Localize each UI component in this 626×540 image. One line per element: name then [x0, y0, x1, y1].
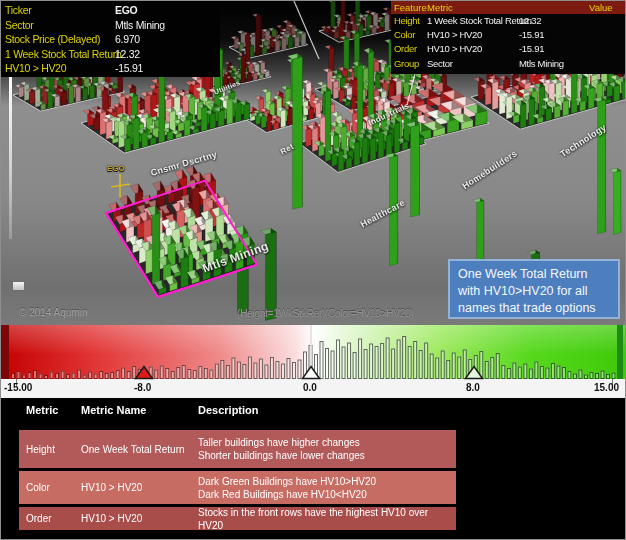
legend-panel: Metric Metric Name Description Height On…: [1, 398, 626, 540]
legend-row-color: Color HV10 > HV20 Dark Green Buildings h…: [19, 471, 456, 504]
annotation-callout: One Week Total Return with HV10>HV20 for…: [448, 259, 620, 319]
feature-row-group: Group Sector Mtls Mining: [391, 57, 626, 71]
selected-ticker-crosshair-icon: [107, 171, 133, 201]
info-row-ticker: Ticker EGO: [5, 3, 220, 18]
info-row-sector: Sector Mtls Mining: [5, 18, 220, 33]
axis-label-zero: 0.0: [303, 382, 317, 393]
feature-mapping-panel: Feature Metric Value Height 1 Week Stock…: [391, 1, 626, 74]
axis-label-neg8: -8.0: [134, 382, 151, 393]
info-row-return: 1 Week Stock Total Return 12.32: [5, 47, 220, 62]
axis-label-max: 15.00: [594, 382, 619, 393]
legend-header-metric: Metric: [26, 404, 58, 416]
feature-panel-header: Feature Metric Value: [391, 1, 626, 14]
axis-label-min: -15.00: [4, 382, 32, 393]
info-row-hv: HV10 > HV20 -15.91: [5, 61, 220, 76]
colormap-axis: -15.00 -8.0 0.0 8.0 15.00: [1, 379, 626, 398]
feature-row-height: Height 1 Week Stock Total Return 12.32: [391, 14, 626, 28]
axis-label-pos8: 8.0: [466, 382, 480, 393]
alphavision-window: UtilitiesIndustrialsRetTechnologyHomebui…: [0, 0, 626, 540]
feature-row-order: Order HV10 > HV20 -15.91: [391, 42, 626, 56]
zoom-slider-handle[interactable]: [12, 281, 25, 291]
range-marker-pos8[interactable]: [464, 365, 484, 380]
ticker-info-panel: Ticker EGO Sector Mtls Mining Stock Pric…: [1, 1, 220, 77]
view-settings-text: (Height=1WkStkRet)(Color=HV10>HV20): [237, 308, 414, 319]
legend-header-name: Metric Name: [81, 404, 146, 416]
copyright-text: © 2014 Aqumin: [19, 307, 88, 318]
legend-row-height: Height One Week Total Return Taller buil…: [19, 430, 456, 468]
range-marker-zero[interactable]: [301, 365, 321, 380]
legend-row-order: Order HV10 > HV20 Stocks in the front ro…: [19, 507, 456, 530]
info-row-price: Stock Price (Delayed) 6.970: [5, 32, 220, 47]
range-marker-neg8[interactable]: [134, 365, 154, 380]
zoom-slider-track[interactable]: [9, 77, 12, 239]
feature-row-color: Color HV10 > HV20 -15.91: [391, 28, 626, 42]
legend-header-description: Description: [198, 404, 259, 416]
